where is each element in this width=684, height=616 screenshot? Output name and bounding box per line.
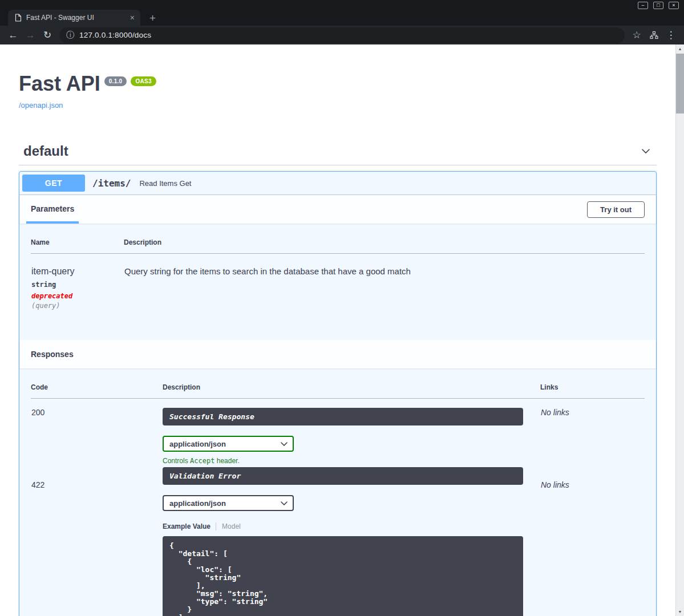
window-close-button[interactable]: × xyxy=(669,2,679,9)
responses-body: Code Description Links 200 Successful Re… xyxy=(19,368,656,616)
scroll-down-arrow-icon[interactable]: ▼ xyxy=(676,607,684,616)
tab-bar: Fast API - Swagger UI × + xyxy=(0,9,684,26)
media-type-value: application/json xyxy=(169,440,226,448)
swagger-ui: Fast API0.1.0OAS3 /openapi.json default … xyxy=(0,44,675,616)
example-value-tab[interactable]: Example Value xyxy=(163,522,211,530)
close-icon: × xyxy=(672,2,675,8)
response-row-422: 422 Validation Error application/json Ex… xyxy=(31,465,645,616)
response-row-200: 200 Successful Response application/json… xyxy=(31,399,645,465)
response-links: No links xyxy=(540,399,645,465)
parameters-column-description: Description xyxy=(124,234,645,254)
accept-note-suffix: header. xyxy=(214,457,239,465)
parameters-body: Name Description item-query string depre… xyxy=(19,224,656,340)
openapi-spec-link[interactable]: /openapi.json xyxy=(19,101,63,110)
reload-button[interactable]: ↻ xyxy=(39,27,56,43)
api-title-text: Fast API xyxy=(19,72,100,95)
bookmark-button[interactable]: ☆ xyxy=(628,27,645,43)
try-it-out-button[interactable]: Try it out xyxy=(587,201,645,218)
parameters-section-header: Parameters Try it out xyxy=(19,195,656,224)
minimize-icon: – xyxy=(641,2,644,8)
browser-tab[interactable]: Fast API - Swagger UI × xyxy=(8,10,140,26)
chevron-down-icon[interactable] xyxy=(640,145,652,157)
site-info-icon[interactable]: ⓘ xyxy=(66,30,74,40)
media-type-select[interactable]: application/json xyxy=(163,436,294,452)
version-badge: 0.1.0 xyxy=(104,76,127,86)
parameter-name: item-query xyxy=(31,266,123,277)
window-controls: – □ × xyxy=(638,2,679,9)
operation-description: Read Items Get xyxy=(139,179,191,188)
responses-column-code: Code xyxy=(31,379,163,399)
parameter-description: Query string for the items to search in … xyxy=(124,254,645,311)
forward-button[interactable]: → xyxy=(22,27,39,43)
tag-section-header[interactable]: default xyxy=(19,137,657,165)
model-tab[interactable]: Model xyxy=(216,522,241,530)
parameter-deprecated-label: deprecated xyxy=(31,292,123,300)
media-type-value: application/json xyxy=(169,499,226,508)
maximize-icon: □ xyxy=(657,2,659,8)
response-code: 200 xyxy=(31,399,163,465)
browser-menu-button[interactable]: ⋮ xyxy=(662,27,679,43)
parameter-location: (query) xyxy=(31,302,123,310)
url-text[interactable]: 127.0.0.1:8000/docs xyxy=(79,31,151,39)
forward-icon: → xyxy=(26,30,35,41)
window-minimize-button[interactable]: – xyxy=(638,2,648,9)
browser-toolbar: ← → ↻ ⓘ 127.0.0.1:8000/docs ☆ ⋮ xyxy=(0,26,684,44)
operation-block: GET /items/ Read Items Get Parameters Tr… xyxy=(19,171,657,616)
window-maximize-button[interactable]: □ xyxy=(653,2,663,9)
kebab-menu-icon: ⋮ xyxy=(666,29,676,41)
page-icon xyxy=(15,14,22,22)
api-info: Fast API0.1.0OAS3 /openapi.json xyxy=(19,44,657,110)
tab-close-icon[interactable]: × xyxy=(129,14,136,22)
response-code: 422 xyxy=(31,465,163,616)
chevron-down-icon xyxy=(281,442,288,446)
scrollbar-thumb[interactable] xyxy=(676,54,684,114)
scrollbar[interactable]: ▲ ▼ xyxy=(675,44,684,616)
parameter-row: item-query string deprecated (query) Que… xyxy=(31,254,645,311)
media-type-select[interactable]: application/json xyxy=(163,495,294,511)
parameters-table: Name Description item-query string depre… xyxy=(31,234,645,310)
response-description-block: Validation Error xyxy=(163,467,523,485)
chevron-down-icon xyxy=(281,501,288,505)
api-title: Fast API0.1.0OAS3 xyxy=(19,72,657,96)
parameter-type: string xyxy=(31,281,123,289)
operation-path: /items/ xyxy=(92,178,131,189)
address-bar[interactable]: ⓘ 127.0.0.1:8000/docs xyxy=(59,27,625,43)
response-links: No links xyxy=(540,465,645,616)
responses-table: Code Description Links 200 Successful Re… xyxy=(31,379,645,616)
example-model-tabs: Example ValueModel xyxy=(163,522,523,530)
method-badge: GET xyxy=(22,175,85,192)
responses-section-header: Responses xyxy=(19,340,656,368)
page-content: Fast API0.1.0OAS3 /openapi.json default … xyxy=(0,44,684,616)
browser-window: – □ × Fast API - Swagger UI × + ← → ↻ ⓘ … xyxy=(0,0,684,616)
parameters-tab[interactable]: Parameters xyxy=(26,195,79,224)
bookmark-star-icon: ☆ xyxy=(632,29,641,41)
response-description-block: Successful Response xyxy=(163,408,523,425)
example-json: { "detail": [ { "loc": [ "string" ], "ms… xyxy=(169,542,516,616)
accept-header-note: Controls Accept header. xyxy=(163,457,523,465)
window-titlebar: – □ × xyxy=(0,0,684,9)
hierarchy-icon xyxy=(650,31,658,39)
back-button[interactable]: ← xyxy=(5,27,22,43)
accept-note-prefix: Controls xyxy=(163,457,190,465)
reload-icon: ↻ xyxy=(43,29,51,41)
scroll-up-arrow-icon[interactable]: ▲ xyxy=(676,44,684,53)
responses-column-links: Links xyxy=(540,379,645,399)
parameters-column-name: Name xyxy=(31,234,124,254)
accept-note-code: Accept xyxy=(190,457,214,465)
operation-summary[interactable]: GET /items/ Read Items Get xyxy=(19,172,656,195)
oas-badge: OAS3 xyxy=(131,76,156,86)
example-json-block: { "detail": [ { "loc": [ "string" ], "ms… xyxy=(163,536,523,616)
hierarchy-button[interactable] xyxy=(645,27,662,43)
tag-name: default xyxy=(23,143,68,159)
back-icon: ← xyxy=(9,30,18,41)
responses-column-description: Description xyxy=(163,379,540,399)
tab-title: Fast API - Swagger UI xyxy=(26,14,124,22)
responses-section-title: Responses xyxy=(31,350,74,359)
new-tab-button[interactable]: + xyxy=(149,13,156,23)
